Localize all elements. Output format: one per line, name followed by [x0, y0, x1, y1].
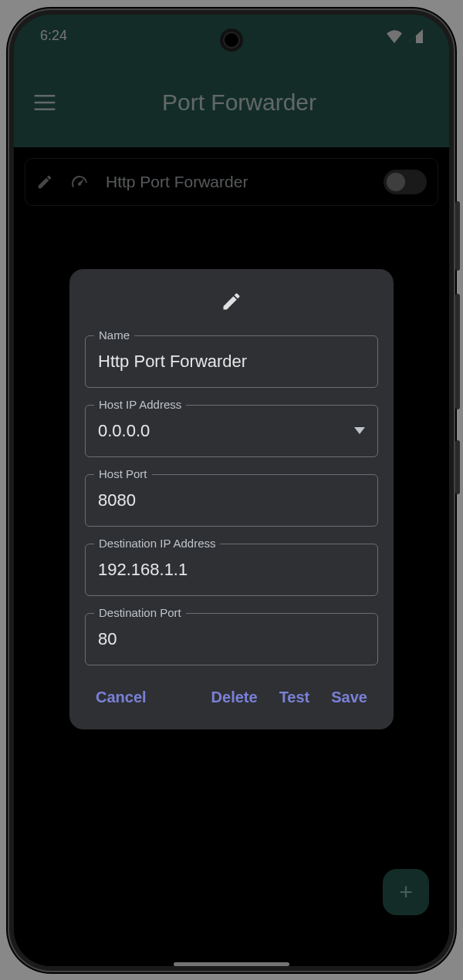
camera-hole [223, 32, 240, 49]
rule-toggle[interactable] [384, 170, 427, 194]
dest-ip-input[interactable]: 192.168.1.1 [85, 544, 378, 596]
hamburger-icon [34, 95, 56, 110]
side-button [455, 440, 460, 494]
edit-icon[interactable] [36, 173, 53, 190]
host-ip-value: 0.0.0.0 [98, 421, 150, 441]
nav-pill[interactable] [174, 962, 289, 966]
dest-port-field[interactable]: Destination Port 80 [85, 613, 378, 665]
cancel-button[interactable]: Cancel [85, 682, 157, 712]
host-port-label: Host Port [94, 467, 152, 480]
name-field[interactable]: Name Http Port Forwarder [85, 335, 378, 388]
test-button[interactable]: Test [269, 682, 321, 712]
dest-port-input[interactable]: 80 [85, 613, 378, 665]
plus-icon: + [399, 879, 413, 905]
dest-port-label: Destination Port [94, 606, 186, 619]
host-ip-field[interactable]: Host IP Address 0.0.0.0 [85, 405, 378, 457]
host-port-value: 8080 [98, 490, 136, 510]
phone-frame: 6:24 Port Forwarder [8, 8, 455, 972]
toggle-knob [387, 173, 405, 191]
signal-icon [407, 29, 423, 43]
screen: 6:24 Port Forwarder [14, 15, 449, 966]
add-rule-fab[interactable]: + [383, 869, 429, 915]
side-button [455, 201, 460, 271]
dest-ip-value: 192.168.1.1 [98, 560, 188, 580]
pencil-icon [221, 291, 242, 312]
app-title: Port Forwarder [79, 89, 400, 116]
dest-ip-label: Destination IP Address [94, 537, 220, 550]
dest-port-value: 80 [98, 629, 117, 649]
host-ip-select[interactable]: 0.0.0.0 [85, 405, 378, 457]
host-port-field[interactable]: Host Port 8080 [85, 474, 378, 527]
wifi-icon [386, 29, 403, 43]
dialog-header-icon [85, 291, 378, 312]
menu-button[interactable] [26, 84, 63, 121]
name-input[interactable]: Http Port Forwarder [85, 335, 378, 388]
name-label: Name [94, 328, 134, 342]
app-bar: Port Forwarder [14, 58, 449, 147]
host-port-input[interactable]: 8080 [85, 474, 378, 527]
save-button[interactable]: Save [320, 682, 378, 712]
dest-ip-field[interactable]: Destination IP Address 192.168.1.1 [85, 544, 378, 596]
rule-label: Http Port Forwarder [106, 173, 367, 191]
speed-icon[interactable] [70, 173, 89, 191]
side-button [455, 294, 460, 409]
edit-rule-dialog: Name Http Port Forwarder Host IP Address… [69, 269, 394, 729]
dialog-actions: Cancel Delete Test Save [85, 682, 378, 712]
dropdown-icon [354, 427, 365, 435]
host-ip-label: Host IP Address [94, 398, 186, 411]
rule-row[interactable]: Http Port Forwarder [25, 158, 438, 206]
name-value: Http Port Forwarder [98, 352, 247, 372]
status-icons [386, 29, 423, 43]
status-time: 6:24 [40, 28, 67, 44]
delete-button[interactable]: Delete [201, 682, 269, 712]
